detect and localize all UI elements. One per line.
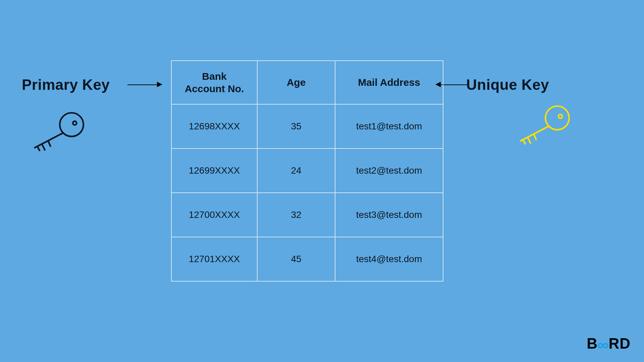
logo-letter-b: B [587, 335, 598, 352]
table-header-row: BankAccount No. Age Mail Address [171, 61, 443, 104]
svg-line-4 [48, 141, 51, 147]
svg-line-10 [534, 134, 536, 140]
cell-bank: 12700XXXX [171, 193, 257, 237]
svg-line-2 [34, 133, 63, 148]
cell-age: 32 [257, 193, 335, 237]
cell-bank: 12699XXXX [171, 148, 257, 193]
cell-age: 35 [257, 104, 335, 148]
svg-line-3 [42, 144, 45, 150]
cell-bank: 12701XXXX [171, 237, 257, 281]
infinity-icon: ∞ [597, 337, 609, 353]
cell-mail: test1@test.dom [335, 104, 443, 148]
primary-key-label: Primary Key [22, 76, 110, 93]
svg-line-9 [528, 137, 531, 144]
cell-mail: test4@test.dom [335, 237, 443, 281]
table-row: 12701XXXX 45 test4@test.dom [171, 237, 443, 281]
sample-table: BankAccount No. Age Mail Address 12698XX… [171, 60, 443, 282]
svg-point-7 [558, 115, 562, 118]
svg-point-1 [73, 121, 76, 125]
cell-age: 24 [257, 148, 335, 193]
svg-line-11 [523, 140, 525, 144]
col-header-mail: Mail Address [335, 61, 443, 104]
logo-letters-rd: RD [608, 335, 631, 352]
table-row: 12700XXXX 32 test3@test.dom [171, 193, 443, 237]
diagram-canvas: Primary Key Unique Key BankAccount No. A… [0, 0, 644, 362]
arrow-head-right-icon [157, 82, 162, 87]
cell-mail: test2@test.dom [335, 148, 443, 193]
key-icon [510, 104, 574, 147]
col-header-bank: BankAccount No. [171, 61, 257, 104]
board-logo: B∞RD [587, 335, 631, 352]
cell-bank: 12698XXXX [171, 104, 257, 148]
cell-mail: test3@test.dom [335, 193, 443, 237]
key-icon [24, 111, 88, 154]
cell-age: 45 [257, 237, 335, 281]
arrow-to-primary-column [127, 84, 158, 85]
arrow-to-unique-column [440, 84, 467, 85]
table-row: 12699XXXX 24 test2@test.dom [171, 148, 443, 193]
unique-key-label: Unique Key [466, 76, 549, 93]
svg-point-6 [545, 106, 569, 130]
svg-line-5 [37, 146, 40, 151]
svg-line-8 [520, 126, 548, 141]
col-header-age: Age [257, 61, 335, 104]
svg-point-0 [60, 113, 84, 137]
table-row: 12698XXXX 35 test1@test.dom [171, 104, 443, 148]
